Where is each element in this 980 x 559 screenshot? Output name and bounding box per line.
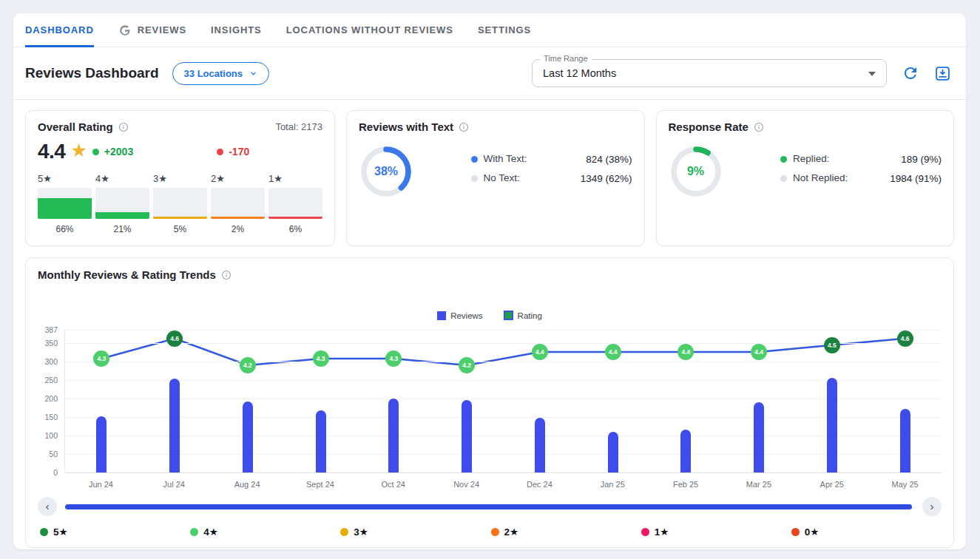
reviews-with-text-percent: 38% (360, 146, 412, 197)
dashboard-header: Reviews Dashboard 33 Locations Time Rang… (13, 47, 966, 100)
x-axis-tick-label: Oct 24 (382, 480, 405, 489)
legend-dot-icon (780, 156, 787, 163)
y-axis-tick-label: 350 (44, 339, 58, 348)
legend-value: 1984 (91%) (890, 173, 942, 184)
overall-rating-card: Overall Rating Total: 2173 4.4 ★ +2003 -… (25, 110, 335, 246)
y-axis-tick-label: 200 (44, 394, 58, 403)
reviews-bar[interactable] (754, 402, 764, 472)
rating-point[interactable]: 4.4 (751, 344, 767, 360)
monthly-trends-title: Monthly Reviews & Rating Trends (38, 268, 216, 281)
x-axis-tick-label: Apr 25 (820, 480, 844, 489)
rating-point[interactable]: 4.6 (166, 331, 183, 347)
rating-point[interactable]: 4.2 (240, 357, 256, 373)
tab-dashboard[interactable]: DASHBOARD (25, 13, 94, 47)
lost-group: -170 (217, 146, 249, 157)
reviews-bar[interactable] (169, 379, 180, 472)
star-legend-label: 3★ (354, 526, 368, 538)
tab-reviews[interactable]: REVIEWS (118, 13, 186, 47)
x-axis-tick-label: May 25 (892, 480, 919, 489)
info-icon[interactable] (118, 122, 129, 132)
info-icon[interactable] (459, 122, 469, 132)
rating-distribution-label: 2★ (211, 173, 265, 184)
star-icon: ★ (70, 140, 87, 161)
rating-distribution-bar (153, 188, 207, 219)
rating-point[interactable]: 4.3 (313, 350, 329, 367)
refresh-button[interactable] (902, 64, 919, 82)
rating-distribution-label: 4★ (95, 173, 149, 184)
star-legend-item[interactable]: 3★ (340, 526, 490, 538)
legend-label: With Text: (484, 153, 543, 166)
download-icon (934, 65, 951, 82)
info-icon[interactable] (221, 270, 232, 280)
rating-point[interactable]: 4.6 (897, 331, 913, 347)
star-legend-item[interactable]: 0★ (791, 526, 942, 538)
rating-distribution-bar (211, 188, 265, 219)
tab-locations-without-reviews-label: LOCATIONS WITHOUT REVIEWS (286, 24, 453, 35)
star-legend-item[interactable]: 5★ (40, 526, 190, 538)
rating-distribution-fill (211, 217, 265, 219)
monthly-trends-card: Monthly Reviews & Rating Trends Reviews … (25, 257, 954, 548)
rating-point[interactable]: 4.4 (532, 344, 548, 360)
x-axis-tick-label: Dec 24 (527, 480, 552, 489)
y-axis-tick-label: 100 (44, 431, 58, 440)
main-panel: DASHBOARD REVIEWS INSIGHTS LOCATIONS WIT… (13, 13, 966, 549)
tab-settings[interactable]: SETTINGS (478, 13, 531, 47)
rating-distribution-label: 3★ (153, 173, 207, 184)
star-legend-item[interactable]: 4★ (190, 526, 340, 538)
legend-dot-icon (471, 156, 478, 163)
chart-legend: Reviews Rating (38, 311, 942, 320)
summary-cards-row: Overall Rating Total: 2173 4.4 ★ +2003 -… (25, 110, 954, 246)
overall-rating-title: Overall Rating (38, 121, 113, 133)
x-axis-tick-label: Feb 25 (673, 480, 698, 489)
reviews-bar[interactable] (462, 400, 472, 472)
chevron-down-icon (249, 70, 257, 78)
scroll-right-button[interactable]: › (922, 497, 942, 516)
tab-insights[interactable]: INSIGHTS (211, 13, 262, 47)
chart-plot-area: 387350300250200150100500 4.34.64.24.34.3… (38, 330, 942, 472)
time-range-select[interactable]: Time Range Last 12 Months (532, 59, 887, 87)
tab-locations-without-reviews[interactable]: LOCATIONS WITHOUT REVIEWS (286, 13, 453, 47)
rating-point[interactable]: 4.4 (605, 344, 621, 360)
rating-point[interactable]: 4.3 (93, 350, 109, 367)
legend-value: 824 (38%) (586, 154, 632, 165)
star-legend-dot-icon (40, 528, 48, 536)
reviews-bar[interactable] (316, 410, 326, 472)
info-icon[interactable] (754, 122, 764, 132)
legend-row-with-text: With Text: 824 (38%) (471, 153, 632, 166)
top-nav: DASHBOARD REVIEWS INSIGHTS LOCATIONS WIT… (13, 13, 966, 47)
rating-distribution-percent: 21% (95, 224, 149, 234)
rating-point[interactable]: 4.2 (459, 357, 475, 373)
y-axis-tick-label: 0 (53, 468, 58, 477)
overall-score-row: 4.4 ★ +2003 -170 (38, 140, 322, 163)
gained-reviews: +2003 (104, 146, 133, 157)
reviews-bar[interactable] (900, 409, 910, 472)
header-left: Reviews Dashboard 33 Locations (25, 62, 269, 85)
time-range-label: Time Range (540, 54, 592, 63)
star-legend-item[interactable]: 1★ (641, 526, 791, 538)
reviews-bar[interactable] (827, 378, 837, 472)
download-report-button[interactable] (934, 65, 951, 82)
scroll-left-button[interactable]: ‹ (38, 497, 57, 516)
chart-legend-rating[interactable]: Rating (504, 311, 542, 320)
legend-row-not-replied: Not Replied: 1984 (91%) (780, 172, 942, 185)
reviews-bar[interactable] (388, 399, 399, 472)
star-legend-item[interactable]: 2★ (491, 526, 641, 538)
response-rate-percent: 9% (670, 146, 722, 197)
y-axis-tick-label: 250 (44, 376, 58, 384)
reviews-bar[interactable] (608, 432, 618, 472)
reviews-bar[interactable] (535, 418, 545, 472)
reviews-with-text-title: Reviews with Text (359, 121, 453, 133)
reviews-bar[interactable] (680, 430, 691, 472)
locations-dropdown-button[interactable]: 33 Locations (172, 62, 269, 85)
page-title: Reviews Dashboard (25, 65, 159, 81)
reviews-bar[interactable] (243, 402, 253, 472)
chart-plot: 4.34.64.24.34.34.24.44.44.44.44.54.6 (64, 330, 942, 472)
rating-point[interactable]: 4.4 (677, 344, 694, 360)
reviews-bar[interactable] (96, 416, 107, 472)
scrollbar-thumb[interactable] (65, 504, 912, 509)
x-axis-tick-label: Mar 25 (746, 480, 771, 489)
chart-x-axis: Jun 24Jul 24Aug 24Sept 24Oct 24Nov 24Dec… (64, 472, 942, 497)
rating-point[interactable]: 4.5 (824, 337, 840, 353)
rating-point[interactable]: 4.3 (385, 350, 402, 367)
chart-legend-reviews[interactable]: Reviews (437, 311, 482, 320)
